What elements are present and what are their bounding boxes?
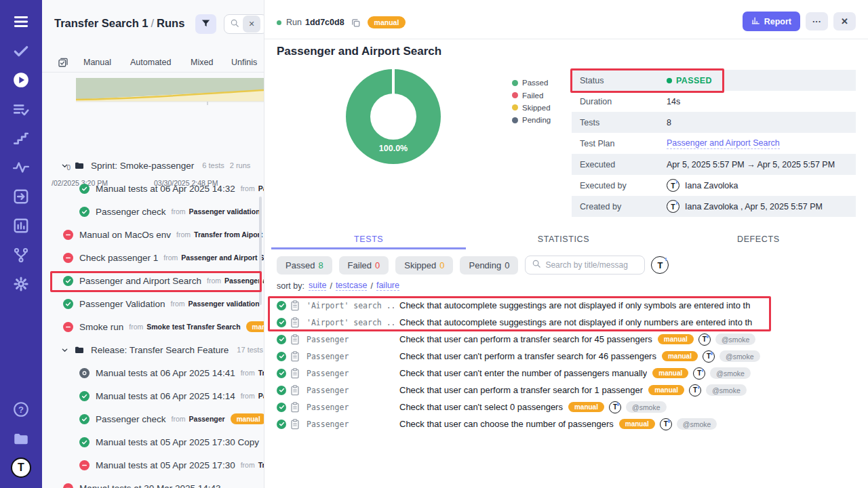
tab-statistics[interactable]: STATISTICS [466,230,660,249]
test-owner-avatar[interactable]: T [703,350,715,363]
tree-run-row[interactable]: Manual tests at 06 Apr 2025 14:14fromPas… [42,384,264,407]
sidebar-icons-top [0,12,42,293]
tests-search-input[interactable] [545,260,637,270]
tree-folder-row[interactable]: Sprint: Smoke-passenger6 tests2 runs [42,154,264,177]
tree-run-row[interactable]: Check passenger 1fromPassenger and Airpo… [42,246,264,269]
tree-run-row[interactable]: Passenger checkfromPassengermanual6 [42,407,264,430]
test-title[interactable]: Check that user can't select 0 passenger… [399,402,563,412]
play-icon[interactable] [0,70,42,89]
branch-icon[interactable] [0,245,42,264]
copy-icon[interactable] [351,18,361,28]
test-owner-avatar[interactable]: T [660,418,672,430]
tree-run-row[interactable]: Passenger and Airport SearchfromPassenge… [42,269,264,292]
tab-defects[interactable]: DEFECTS [661,230,856,249]
smoke-tag: @smoke [710,367,751,379]
test-title[interactable]: Check that user can choose the number of… [399,419,614,429]
user-avatar[interactable]: T [667,179,679,192]
test-row[interactable]: PassengerCheck that user can choose the … [277,415,868,432]
sort-link-testcase[interactable]: testcase [336,281,368,291]
test-title[interactable]: Check that autocomplete suggestings are … [399,317,752,327]
test-title[interactable]: Check that user can't perform a transfer… [399,351,656,361]
sort-separator: / [370,281,372,291]
test-row[interactable]: 'Airport' search ...Check that autocompl… [277,314,868,331]
test-owner-avatar[interactable]: T [698,333,711,346]
scrollbar-thumb[interactable] [259,197,262,305]
filter-button[interactable] [195,14,216,34]
clipboard-icon [290,317,300,328]
detail-value: PASSED [667,76,712,85]
sort-row: sort by: suite/testcase/failure [277,281,399,291]
filter-chip-skipped[interactable]: Skipped0 [395,256,453,274]
activity-icon[interactable] [0,158,42,177]
folder-icon[interactable] [0,429,42,448]
clipboard-icon [290,419,300,430]
test-row[interactable]: PassengerCheck that user can't perform a… [277,348,868,365]
test-owner-avatar[interactable]: T [693,367,705,380]
tree-run-row[interactable]: Smoke runfromSmoke test Transfer Searchm… [42,315,264,338]
tree-run-row[interactable]: Passenger ValidationfromPassenger valida… [42,292,264,315]
manual-badge: manual [568,402,604,412]
runs-tab-automated[interactable]: Automated [130,58,171,67]
tree-run-row[interactable]: Manual tests at 05 Apr 2025 17:30fromTra… [42,453,264,476]
test-title[interactable]: Check that user can perform a transfer s… [399,385,643,395]
filter-chip-pending[interactable]: Pending0 [460,256,518,274]
smoke-tag: @smoke [677,418,717,430]
run-name: Manual on MacOs env [79,230,171,240]
detail-row-duration: Duration14s [572,91,856,112]
report-button[interactable]: Report [743,12,800,31]
svg-text:?: ? [18,405,24,415]
runs-tab-mixed[interactable]: Mixed [191,58,213,67]
tests-search-box[interactable] [525,256,645,274]
filter-chip-failed[interactable]: Failed0 [339,256,389,274]
run-suite-name: Passenger validation [189,207,260,216]
test-title[interactable]: Check that autocomplete suggestings are … [399,300,750,310]
test-row[interactable]: 'Airport' search ...Check that autocompl… [277,297,868,314]
help-icon[interactable]: ? [0,400,42,419]
select-all-icon[interactable] [58,57,68,70]
tree-folder-row[interactable]: Release: Transfer Search Feature17 tests… [42,338,264,361]
test-title[interactable]: Check that user can't enter the number o… [399,368,647,378]
list-check-icon[interactable] [0,100,42,119]
status-passed-icon [277,386,286,395]
chevron-down-icon[interactable] [61,346,68,354]
test-owner-avatar[interactable]: T [689,384,701,396]
chevron-down-icon[interactable] [61,162,68,169]
filter-chip-count: 0 [375,260,380,270]
tab-tests[interactable]: TESTS [271,230,466,249]
menu-icon[interactable] [0,12,42,31]
tree-run-row[interactable]: Manual on MacOs envfromTransfer from Aip… [42,223,264,246]
test-owner-avatar[interactable]: T [609,401,621,413]
tree-run-row[interactable]: Manual tests at 06 Apr 2025 14:41fromTra… [42,361,264,384]
test-row[interactable]: PassengerCheck that user can't select 0 … [277,399,868,415]
clear-search-button[interactable]: ✕ [243,16,260,33]
breadcrumb-project[interactable]: Transfer Search 1 [54,17,149,29]
more-button[interactable]: ··· [806,12,828,30]
runs-tab-manual[interactable]: Manual [83,58,111,67]
tree-run-row[interactable]: Manual tests at 05 Apr 2025 17:30 Copyfr… [42,430,264,453]
bar-chart-icon[interactable] [0,216,42,235]
test-row[interactable]: PassengerCheck that user can't enter the… [277,365,868,382]
steps-icon[interactable] [0,129,42,148]
tree-run-row[interactable]: Passenger checkfromPassenger validationm… [42,200,264,223]
app-logo[interactable]: T [0,458,42,477]
test-plan-link[interactable]: Passenger and Airport Search [667,138,780,149]
sign-in-icon[interactable] [0,187,42,206]
user-avatar[interactable]: T [667,200,679,213]
runs-tab-unfinis[interactable]: Unfinis [231,58,257,67]
tree-run-row[interactable]: Manual tests at 30 Mar 2025 14:43 [42,476,264,488]
filter-chip-passed[interactable]: Passed8 [277,256,332,274]
test-row[interactable]: PassengerCheck that user can perform a t… [277,331,868,348]
run-label: Run [286,18,302,27]
assignee-avatar[interactable]: T [651,256,669,274]
smoke-tag: @smoke [715,333,756,345]
test-title[interactable]: Check that user can perform a transfer s… [399,334,652,344]
check-icon[interactable] [0,41,42,60]
sort-link-suite[interactable]: suite [309,281,326,291]
close-button[interactable]: ✕ [833,12,856,30]
gear-icon[interactable] [0,274,42,293]
sort-link-failure[interactable]: failure [376,281,399,291]
tree-run-row[interactable]: Manual tests at 06 Apr 2025 14:32fromPas… [42,177,264,200]
filter-chip-count: 8 [318,260,323,270]
test-row[interactable]: PassengerCheck that user can perform a t… [277,382,868,399]
status-passed-icon [277,369,286,378]
